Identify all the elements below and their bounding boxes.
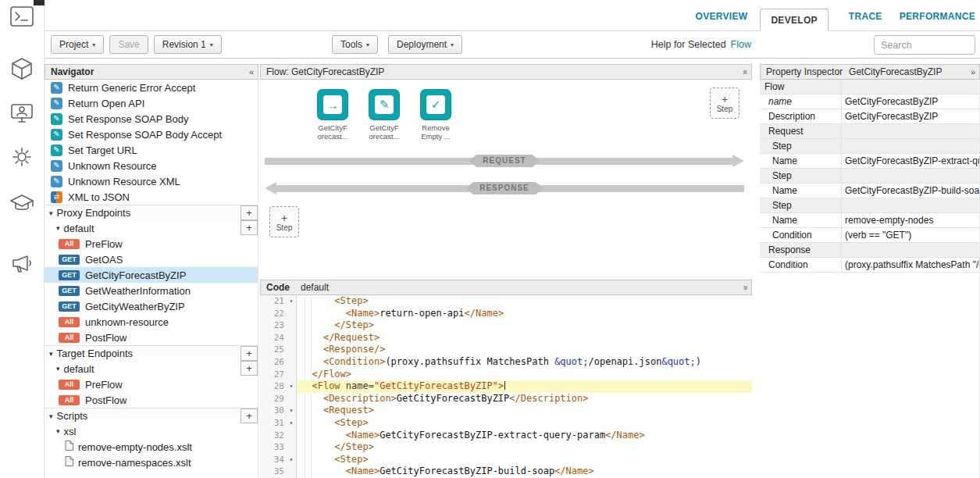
flow-item-postflow[interactable]: AllPostFlow <box>45 330 258 345</box>
navigator-title: Navigator <box>51 66 94 77</box>
chevron-down-icon: ▾ <box>451 41 454 48</box>
policy-label: Set Response SOAP Body <box>68 113 188 125</box>
code-text: <Name>return-open-api</Name> <box>297 308 752 320</box>
fold-toggle-icon[interactable]: ▾ <box>287 417 297 430</box>
code-line-34: 34▾ <Step> <box>260 454 752 466</box>
project-button[interactable]: Project ▾ <box>51 35 104 54</box>
pi-value[interactable]: (verb == "GET") <box>841 228 979 242</box>
tab-trace[interactable]: TRACE <box>849 2 882 31</box>
flow-item-postflow[interactable]: AllPostFlow <box>45 392 258 408</box>
terminal-icon[interactable] <box>10 6 34 27</box>
toolbar-center-group: Tools ▾ Deployment ▾ <box>332 35 462 54</box>
code-line-25: 25 <Response/> <box>260 344 752 356</box>
script-file-remove-namespaces-xslt[interactable]: remove-namespaces.xslt <box>45 455 258 470</box>
flow-item-preflow[interactable]: AllPreFlow <box>45 376 258 392</box>
graduation-cap-icon[interactable] <box>10 194 34 212</box>
policy-item-set-response-soap-body-accept[interactable]: ✎Set Response SOAP Body Accept <box>45 127 258 142</box>
tab-performance[interactable]: PERFORMANCE <box>900 2 975 31</box>
request-label: REQUEST <box>469 155 540 167</box>
caret-down-icon: ▾ <box>56 365 60 373</box>
code-editor[interactable]: 21▾ <Step>22 <Name>return-open-api</Name… <box>260 295 752 478</box>
policy-item-unknown-resource[interactable]: ✎Unknown Resource <box>45 158 258 173</box>
file-label: remove-empty-nodes.xslt <box>78 441 192 453</box>
add-default-button[interactable]: + <box>241 220 258 235</box>
pi-section-step: Step <box>760 198 979 213</box>
tools-button[interactable]: Tools ▾ <box>332 35 378 54</box>
help-flow-link[interactable]: Flow <box>731 39 751 50</box>
megaphone-icon[interactable] <box>11 255 33 273</box>
nav-section-scripts[interactable]: ▾Scripts+ <box>45 408 258 423</box>
check-step-icon[interactable]: ✓ <box>420 89 451 120</box>
flow-item-unknown-resource[interactable]: Allunknown-resource <box>45 314 258 330</box>
script-file-remove-empty-nodes-xslt[interactable]: remove-empty-nodes.xslt <box>45 439 258 455</box>
flow-item-getoas[interactable]: GETGetOAS <box>45 251 258 267</box>
policy-item-return-open-api[interactable]: ✎Return Open API <box>45 95 258 111</box>
add-target-endpoints-button[interactable]: + <box>241 346 258 361</box>
verb-badge: GET <box>59 255 80 265</box>
nav-section-proxy-endpoints[interactable]: ▾Proxy Endpoints+ <box>45 205 258 220</box>
flow-step[interactable]: ✓RemoveEmpty ... <box>415 89 457 141</box>
policy-label: Unknown Resource <box>68 160 156 172</box>
policy-item-return-generic-error-accept[interactable]: ✎Return Generic Error Accept <box>45 80 258 95</box>
fold-toggle-icon[interactable]: ▾ <box>287 405 297 417</box>
nav-group-default[interactable]: ▾default+ <box>45 361 258 376</box>
pi-value[interactable]: GetCityForecastByZIP-build-soap <box>841 184 979 198</box>
property-inspector-subtitle: GetCityForecastByZIP <box>849 66 942 77</box>
add-step-button-bottom[interactable]: + Step <box>269 206 299 237</box>
pencil-step-icon[interactable]: ✎ <box>369 89 400 120</box>
line-number: 22 <box>260 308 287 320</box>
flow-item-getweatherinformation[interactable]: GETGetWeatherInformation <box>45 283 258 298</box>
flow-item-getcityweatherbyzip[interactable]: GETGetCityWeatherByZIP <box>45 298 258 314</box>
navigator-panel: Navigator « ✎Return Generic Error Accept… <box>45 64 258 478</box>
pi-value[interactable]: remove-empty-nodes <box>841 213 979 227</box>
nav-group-xsl[interactable]: ▾xsl <box>45 423 258 439</box>
collapse-navigator-icon[interactable]: « <box>249 67 254 77</box>
flow-panel-title: Flow: GetCityForecastByZIP <box>266 66 384 77</box>
save-button[interactable]: Save <box>109 35 148 54</box>
code-panel-title: Code <box>266 282 290 293</box>
fold-toggle-icon[interactable]: ▾ <box>287 295 297 308</box>
pi-value[interactable]: (proxy.pathsuffix MatchesPath "/c <box>841 258 979 272</box>
nav-section-target-endpoints[interactable]: ▾Target Endpoints+ <box>45 345 258 361</box>
flow-item-label: PostFlow <box>85 332 127 344</box>
policy-item-set-target-url[interactable]: ✎Set Target URL <box>45 142 258 158</box>
add-scripts-button[interactable]: + <box>241 408 258 423</box>
pi-value[interactable]: GetCityForecastByZIP-extract-query-param <box>841 154 979 168</box>
center-column: Flow: GetCityForecastByZIP « →GetCityFor… <box>260 64 752 478</box>
pi-section-label: Response <box>760 243 841 257</box>
deployment-button[interactable]: Deployment ▾ <box>388 35 462 54</box>
add-default-button[interactable]: + <box>241 361 258 376</box>
fold-toggle-icon[interactable]: ▾ <box>287 380 297 393</box>
policy-item-xml-to-json[interactable]: ⇄XML to JSON <box>45 189 258 205</box>
flow-item-getcityforecastbyzip[interactable]: GETGetCityForecastByZIP <box>45 267 258 283</box>
policy-item-unknown-resource-xml[interactable]: ✎Unknown Resource XML <box>45 173 258 189</box>
fold-toggle-icon[interactable]: ▾ <box>287 454 297 466</box>
pi-value[interactable]: GetCityForecastByZIP <box>841 95 979 109</box>
group-label: xsl <box>64 426 77 437</box>
revision-button[interactable]: Revision 1 ▾ <box>154 35 222 54</box>
search-input[interactable] <box>874 35 975 55</box>
code-line-27: 27 </Flow> <box>260 369 752 381</box>
tab-overview[interactable]: OVERVIEW <box>696 2 748 31</box>
add-proxy-endpoints-button[interactable]: + <box>241 205 258 220</box>
collapse-flow-icon[interactable]: « <box>739 70 750 74</box>
expand-code-icon[interactable]: « <box>739 285 750 290</box>
pi-value[interactable]: GetCityForecastByZIP <box>841 109 979 123</box>
collapse-inspector-icon[interactable]: » <box>971 67 975 77</box>
nav-group-default[interactable]: ▾default+ <box>45 220 258 236</box>
caret-down-icon: ▾ <box>56 224 60 232</box>
code-text: </Flow> <box>297 369 752 381</box>
tab-develop[interactable]: DEVELOP <box>760 9 828 31</box>
flow-step[interactable]: ✎GetCityForecast... <box>363 89 405 141</box>
line-number: 30 <box>260 405 287 417</box>
flow-item-preflow[interactable]: AllPreFlow <box>45 236 258 251</box>
chevron-down-icon: ▾ <box>366 41 369 48</box>
add-step-button-top[interactable]: + Step <box>710 87 739 119</box>
monitor-user-icon[interactable] <box>11 103 33 123</box>
gear-icon[interactable] <box>12 147 32 167</box>
package-icon[interactable] <box>12 58 32 80</box>
flow-step[interactable]: →GetCityForecast... <box>312 89 354 141</box>
line-number: 33 <box>260 441 287 454</box>
callout-step-icon[interactable]: → <box>317 89 348 120</box>
policy-item-set-response-soap-body[interactable]: ✎Set Response SOAP Body <box>45 111 258 127</box>
